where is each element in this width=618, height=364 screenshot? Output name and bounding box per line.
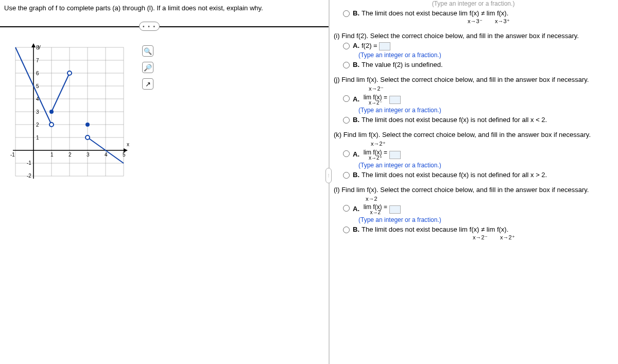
svg-text:7: 7 [36,58,39,63]
j-b-text: The limit does not exist because f(x) is… [362,116,547,124]
zoom-in-icon: 🔍 [144,47,152,55]
svg-text:2: 2 [36,122,39,128]
l-head-sub: x→2 [366,196,613,202]
label-a: A. [353,42,359,49]
radio-l-b[interactable] [343,227,350,233]
k-a-hint: (Type an integer or a fraction.) [358,162,613,169]
svg-text:6: 6 [36,71,39,76]
l-a-input[interactable] [389,205,401,214]
i-a-input[interactable] [379,42,390,50]
label-a2: A. [353,95,359,103]
question-k-head: (k) Find lim f(x). Select the correct ch… [334,131,613,138]
svg-text:y: y [38,44,41,49]
l-a-hint: (Type an integer or a fraction.) [358,216,613,223]
label-a4: A. [353,205,359,213]
question-l-head: (l) Find lim f(x). Select the correct ch… [334,186,613,194]
l-a-sub: x→2 [370,210,381,215]
svg-point-45 [67,71,72,75]
label-b3: B. [353,116,359,124]
j-a-input[interactable] [389,96,401,104]
top-b-text: The limit does not exist because lim f(x… [362,9,508,17]
radio-k-a[interactable] [343,150,350,157]
j-a-hint: (Type an integer or a fraction.) [358,107,613,114]
radio-l-a[interactable] [343,205,350,212]
k-a-sub: x→2⁺ [369,155,382,161]
k-head-sub: x→2⁺ [371,141,613,147]
radio-top-b[interactable] [343,10,350,17]
svg-text:x: x [127,142,129,147]
svg-point-46 [85,123,90,127]
label-a3: A. [353,150,359,158]
svg-point-43 [49,123,54,127]
svg-text:3: 3 [36,109,39,115]
top-b-subscripts: x→3⁻ x→3⁺ [468,18,613,25]
k-a-input[interactable] [389,151,401,159]
i-b-text: The value f(2) is undefined. [362,61,443,68]
svg-point-47 [85,135,90,140]
l-a-top: lim f(x) = [364,204,387,210]
svg-text:5: 5 [36,83,39,89]
svg-text:-1: -1 [10,152,15,158]
svg-text:5: 5 [123,152,126,158]
zoom-in-button[interactable]: 🔍 [142,45,153,57]
zoom-out-icon: 🔎 [144,64,152,72]
radio-i-a[interactable] [343,43,350,49]
radio-j-b[interactable] [343,117,350,124]
l-b-subscripts: x→2⁻ x→2⁺ [473,234,613,241]
svg-text:3: 3 [87,152,90,158]
k-a-top: lim f(x) = [364,149,387,155]
label-b5: B. [353,226,359,233]
j-a-top: lim f(x) = [364,94,387,100]
label-b4: B. [353,171,359,179]
radio-i-b[interactable] [343,62,350,68]
svg-text:-1: -1 [27,160,31,166]
svg-point-44 [49,110,54,114]
svg-text:-2: -2 [27,173,31,179]
svg-line-41 [52,73,70,112]
label-b2: B. [353,61,359,68]
question-i-head: (i) Find f(2). Select the correct choice… [334,32,613,40]
zoom-out-button[interactable]: 🔎 [142,62,153,73]
question-prompt: Use the graph of f to complete parts (a)… [0,0,329,12]
i-a-hint: (Type an integer or a fraction.) [358,51,613,59]
svg-text:1: 1 [36,135,39,141]
open-external-button[interactable]: ↗ [142,78,153,90]
radio-k-b[interactable] [343,172,350,179]
more-button[interactable]: • • • [139,22,160,31]
j-head-sub: x→2⁻ [369,85,613,92]
label-b: B. [353,9,359,17]
faded-hint: (Type an integer or a fraction.) [334,0,613,7]
k-b-text: The limit does not exist because f(x) is… [362,171,547,179]
l-b-text: The limit does not exist because lim f(x… [362,226,508,233]
svg-text:1: 1 [50,152,54,158]
j-a-sub: x→2⁻ [369,100,382,106]
radio-j-a[interactable] [343,95,350,102]
i-a-text: f(2) = [362,42,377,49]
svg-marker-20 [31,43,36,47]
external-link-icon: ↗ [145,80,151,88]
separator: • • • [0,26,329,27]
svg-text:4: 4 [105,152,108,158]
svg-text:2: 2 [68,152,72,158]
question-j-head: (j) Find lim f(x). Select the correct ch… [334,76,613,83]
function-graph: 87654321 -1-2 -112345 yx [5,42,134,186]
